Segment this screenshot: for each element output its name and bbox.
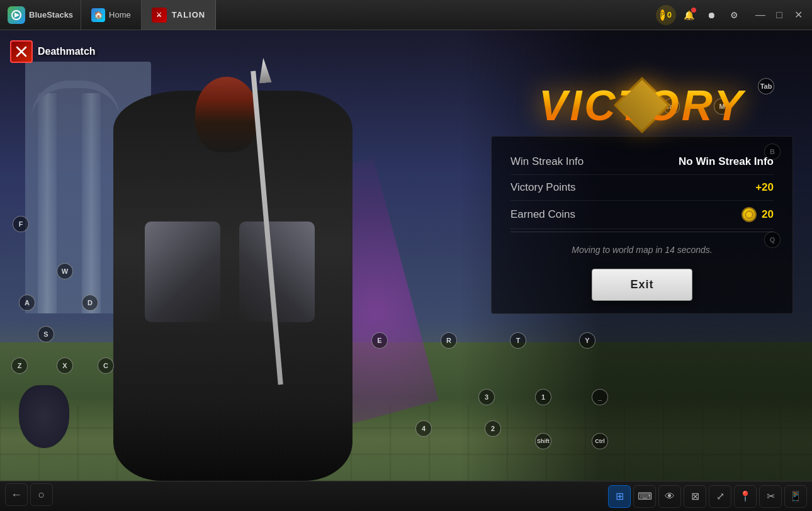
minimize-button[interactable]: — <box>752 6 769 24</box>
taskbar: ← ○ ⊞ ⌨ 👁 ⊠ ⤢ 📍 ✂ 📱 <box>0 481 812 511</box>
game-icon: ⚔ <box>152 8 167 23</box>
kb-4[interactable]: 4 <box>415 420 432 437</box>
expand-icon[interactable]: ⤢ <box>709 485 731 508</box>
win-streak-row: Win Streak Info No Win Streak Info <box>510 149 774 175</box>
bluestacks-logo[interactable]: BlueStacks <box>0 0 81 30</box>
game-tab-label: TALION <box>172 10 205 20</box>
character-area <box>0 70 441 511</box>
notifications-button[interactable]: 🔔 <box>679 5 699 25</box>
maximize-button[interactable]: □ <box>770 6 788 24</box>
deathmatch-badge: Deathmatch <box>10 40 96 63</box>
deathmatch-label: Deathmatch <box>38 46 96 57</box>
victory-points-value: +20 <box>755 181 774 194</box>
earned-coins-value: 20 <box>762 208 774 221</box>
home-nav-button[interactable]: ○ <box>30 483 53 506</box>
keyboard-icon[interactable]: ⌨ <box>633 485 656 508</box>
kb-1[interactable]: 1 <box>535 389 551 405</box>
win-streak-label: Win Streak Info <box>510 155 584 168</box>
victory-stats: Win Streak Info No Win Streak Info Victo… <box>491 136 793 314</box>
kb-x[interactable]: X <box>57 357 73 374</box>
kb-shift[interactable]: Shift <box>535 433 551 449</box>
kb-z[interactable]: Z <box>11 357 28 374</box>
screenshot-icon[interactable]: 👁 <box>658 485 681 508</box>
game-tab[interactable]: ⚔ TALION <box>142 0 216 30</box>
armor-highlight-right <box>239 222 315 322</box>
win-streak-value: No Win Streak Info <box>679 155 774 168</box>
kb-d[interactable]: D <box>82 295 98 311</box>
apps-icon[interactable]: ⊠ <box>684 485 706 508</box>
kb-3[interactable]: 3 <box>478 389 495 405</box>
victory-panel: VICTORY Win Streak Info No Win Streak In… <box>491 81 793 314</box>
kb-ctrl[interactable]: Ctrl <box>592 433 608 449</box>
coin-count: 0 <box>667 10 672 20</box>
nav-left: ← ○ <box>5 483 53 506</box>
kb-y[interactable]: Y <box>579 332 595 349</box>
kb-a[interactable]: A <box>19 295 35 311</box>
home-icon: 🏠 <box>91 8 105 22</box>
coin-icon: P <box>660 9 665 21</box>
kb-c[interactable]: C <box>98 357 114 374</box>
settings-button[interactable]: ⚙ <box>724 5 744 25</box>
kb-e[interactable]: E <box>371 332 388 349</box>
earned-coins-row: Earned Coins 20 <box>510 201 774 229</box>
kb-w[interactable]: W <box>57 263 73 279</box>
close-button[interactable]: ✕ <box>789 6 807 24</box>
back-nav-button[interactable]: ← <box>5 483 28 506</box>
kb-r[interactable]: R <box>441 332 457 349</box>
victory-title-container: VICTORY <box>491 81 793 130</box>
bluestacks-icon <box>8 6 25 24</box>
moving-text: Moving to world map in 14 seconds. <box>510 237 774 262</box>
mobile-icon[interactable]: 📱 <box>784 485 807 508</box>
game-area: Deathmatch VICTORY Win Streak Info No Wi… <box>0 30 812 511</box>
earned-coins-label: Earned Coins <box>510 208 575 221</box>
character-head <box>195 77 258 152</box>
earned-coins-container: 20 <box>742 207 774 222</box>
window-manager-icon[interactable]: ⊞ <box>608 485 631 508</box>
earned-coin-icon <box>742 207 757 222</box>
trim-icon[interactable]: ✂ <box>759 485 782 508</box>
titlebar-right: P 0 🔔 ⏺ ⚙ — □ ✕ <box>656 5 812 25</box>
kb-2[interactable]: 2 <box>485 420 501 437</box>
kb-f[interactable]: F <box>13 216 29 232</box>
location-icon[interactable]: 📍 <box>734 485 757 508</box>
victory-title: VICTORY <box>491 81 793 130</box>
record-button[interactable]: ⏺ <box>701 5 721 25</box>
window-controls: — □ ✕ <box>752 6 807 24</box>
kb-t[interactable]: T <box>510 332 526 349</box>
stats-divider <box>510 232 774 232</box>
victory-points-label: Victory Points <box>510 181 576 194</box>
svg-marker-1 <box>14 13 20 18</box>
home-tab[interactable]: 🏠 Home <box>81 0 142 30</box>
bluestacks-text: BlueStacks <box>29 10 73 20</box>
svg-point-5 <box>747 212 752 217</box>
coins-button[interactable]: P 0 <box>656 5 676 25</box>
deathmatch-icon <box>10 40 33 63</box>
exit-button[interactable]: Exit <box>592 269 692 301</box>
titlebar-left: BlueStacks 🏠 Home ⚔ TALION <box>0 0 216 30</box>
kb-dash[interactable]: _ <box>592 389 608 405</box>
home-tab-label: Home <box>109 10 131 20</box>
victory-points-row: Victory Points +20 <box>510 175 774 201</box>
titlebar: BlueStacks 🏠 Home ⚔ TALION P 0 🔔 ⏺ ⚙ — □… <box>0 0 812 30</box>
creature-left <box>19 385 69 448</box>
notification-badge <box>691 8 696 13</box>
armor-highlight-left <box>145 222 220 322</box>
kb-s[interactable]: S <box>38 326 54 342</box>
